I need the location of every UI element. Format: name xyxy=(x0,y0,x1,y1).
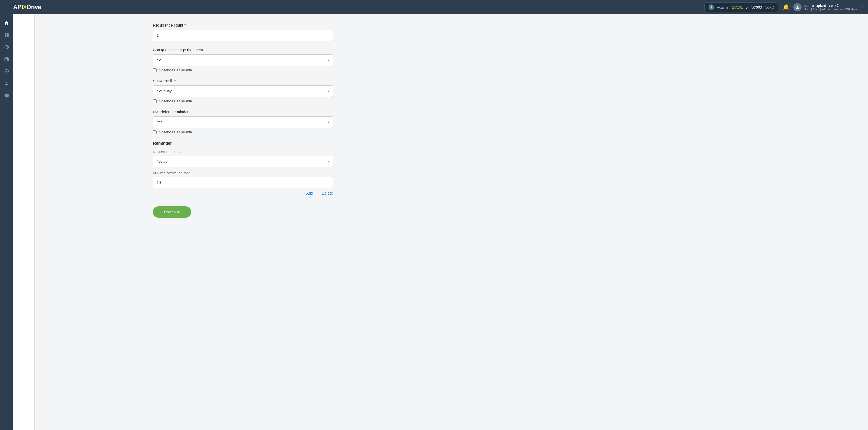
sidebar xyxy=(0,14,13,430)
reminder-specify-checkbox[interactable] xyxy=(153,130,157,134)
can-guests-change-section: Can guests change the event No Yes ▾ Spe… xyxy=(153,48,333,72)
user-area[interactable]: demo_apix-drive_s2 Plan | Start | left u… xyxy=(793,3,864,11)
show-me-like-wrapper: Not busy Busy ▾ xyxy=(153,85,333,97)
sidebar-item-play[interactable] xyxy=(1,66,12,77)
user-name: demo_apix-drive_s2 xyxy=(804,4,858,8)
show-me-like-label: Show me like xyxy=(153,79,333,83)
layout: Recurrence count * Can guests change the… xyxy=(0,14,868,430)
notification-method-wrapper: Tooltip Email SMS ▾ xyxy=(153,156,333,167)
show-me-like-select[interactable]: Not busy Busy xyxy=(153,85,333,97)
actions-badge: i Actions: 25'161 of 50'000 (50%) xyxy=(705,2,778,12)
svg-point-0 xyxy=(797,6,798,7)
use-default-reminder-label: Use default reminder xyxy=(153,110,333,114)
logo: APIXDrive xyxy=(13,4,41,11)
recurrence-count-input[interactable] xyxy=(153,30,333,41)
delete-link[interactable]: − Delete xyxy=(319,191,333,195)
recurrence-count-section: Recurrence count * xyxy=(153,23,333,41)
use-default-reminder-select[interactable]: Yes No xyxy=(153,116,333,128)
notification-method-select[interactable]: Tooltip Email SMS xyxy=(153,156,333,167)
main-area: Recurrence count * Can guests change the… xyxy=(13,14,868,430)
can-guests-change-select[interactable]: No Yes xyxy=(153,54,333,66)
topnav: ☰ APIXDrive i Actions: 25'161 of 50'000 … xyxy=(0,0,868,14)
can-guests-change-wrapper: No Yes ▾ xyxy=(153,54,333,66)
required-star: * xyxy=(184,23,186,27)
actions-label: Actions: xyxy=(717,5,730,9)
menu-icon[interactable]: ☰ xyxy=(4,4,9,10)
continue-button[interactable]: Continue xyxy=(153,206,191,218)
logo-drive: Drive xyxy=(27,4,41,11)
user-info: demo_apix-drive_s2 Plan | Start | left u… xyxy=(804,4,858,11)
left-panel xyxy=(13,14,35,430)
logo-x: X xyxy=(23,4,27,11)
reminder-title: Reminder xyxy=(153,141,333,146)
sidebar-item-edit[interactable] xyxy=(1,54,12,65)
reminder-section: Reminder Notification method Tooltip Ema… xyxy=(153,141,333,195)
reminder-specify-label: Specify as a variable xyxy=(159,130,192,134)
show-me-like-section: Show me like Not busy Busy ▾ Specify as … xyxy=(153,79,333,103)
user-plan: Plan | Start | left until payment 357 da… xyxy=(804,8,858,11)
content-area: Recurrence count * Can guests change the… xyxy=(35,14,452,430)
logo-api: API xyxy=(13,4,23,11)
actions-of: of xyxy=(746,5,749,9)
notification-method-label: Notification method xyxy=(153,150,333,154)
actions-pct: (50%) xyxy=(765,5,774,9)
reminder-specify-row: Specify as a variable xyxy=(153,130,333,134)
use-default-reminder-section: Use default reminder Yes No ▾ Specify as… xyxy=(153,110,333,134)
sidebar-item-profile[interactable] xyxy=(1,78,12,89)
can-guests-specify-row: Specify as a variable xyxy=(153,68,333,72)
use-default-reminder-wrapper: Yes No ▾ xyxy=(153,116,333,128)
recurrence-count-label: Recurrence count * xyxy=(153,23,333,27)
minutes-before-input[interactable] xyxy=(153,177,333,188)
can-guests-change-label: Can guests change the event xyxy=(153,48,333,52)
minutes-before-label: Minutes before the start xyxy=(153,171,333,175)
avatar xyxy=(793,3,802,11)
can-guests-specify-label: Specify as a variable xyxy=(159,68,192,72)
actions-total: 50'000 xyxy=(751,5,762,9)
actions-count: 25'161 xyxy=(732,5,743,9)
chevron-down-icon: ▾ xyxy=(862,5,864,9)
sidebar-item-help[interactable] xyxy=(1,90,12,101)
right-panel xyxy=(452,14,868,430)
show-me-specify-checkbox[interactable] xyxy=(153,99,157,103)
can-guests-specify-checkbox[interactable] xyxy=(153,68,157,72)
sidebar-item-billing[interactable] xyxy=(1,42,12,53)
add-delete-row: + Add − Delete xyxy=(153,191,333,195)
add-link[interactable]: + Add xyxy=(303,191,313,195)
show-me-specify-row: Specify as a variable xyxy=(153,99,333,103)
form-container: Recurrence count * Can guests change the… xyxy=(144,23,342,218)
show-me-specify-label: Specify as a variable xyxy=(159,99,192,103)
sidebar-item-dashboard[interactable] xyxy=(1,30,12,41)
sidebar-item-home[interactable] xyxy=(1,18,12,29)
notification-icon[interactable]: 🔔 xyxy=(783,4,789,10)
info-icon: i xyxy=(709,4,714,10)
